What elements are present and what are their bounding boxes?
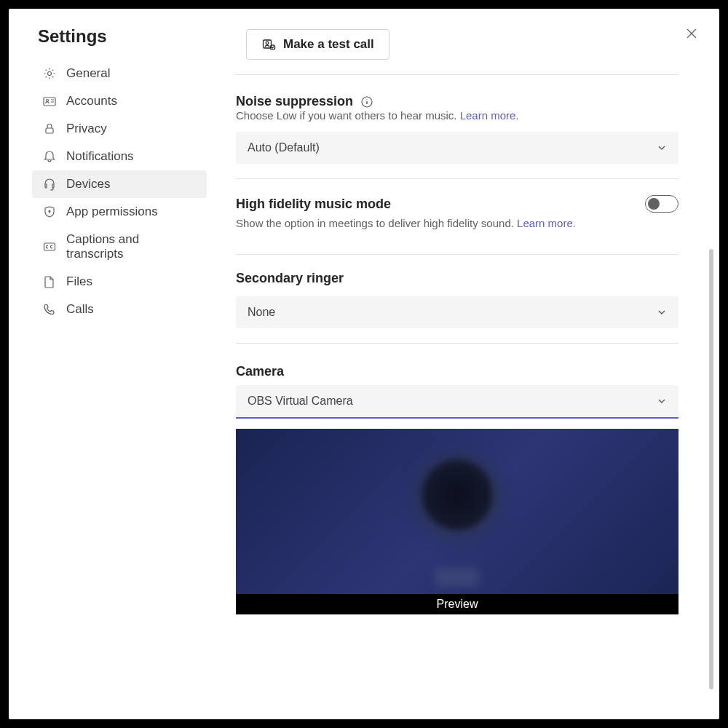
phone-icon: [42, 302, 57, 317]
svg-point-2: [48, 72, 52, 76]
id-card-icon: [42, 94, 57, 108]
sidebar-item-app-permissions[interactable]: App permissions: [32, 198, 207, 226]
sidebar-item-general[interactable]: General: [32, 60, 207, 87]
file-icon: [42, 274, 57, 289]
svg-point-6: [49, 210, 50, 212]
test-call-label: Make a test call: [283, 37, 374, 52]
sidebar-item-label: General: [66, 66, 110, 81]
noise-suppression-section: Noise suppression Choose Low if you want…: [236, 74, 678, 178]
sidebar-item-accounts[interactable]: Accounts: [32, 87, 207, 115]
sidebar-item-label: Captions and transcripts: [66, 232, 197, 261]
make-test-call-button[interactable]: Make a test call: [246, 29, 389, 60]
settings-title: Settings: [9, 23, 213, 60]
svg-rect-7: [44, 243, 55, 250]
noise-suppression-desc: Choose Low if you want others to hear mu…: [236, 109, 678, 122]
sidebar-item-files[interactable]: Files: [32, 268, 207, 296]
scrollbar-thumb[interactable]: [709, 249, 713, 689]
sidebar-item-label: Accounts: [66, 94, 117, 108]
secondary-ringer-title: Secondary ringer: [236, 271, 678, 286]
music-mode-desc: Show the option in meetings to deliver h…: [236, 217, 678, 229]
sidebar-item-calls[interactable]: Calls: [32, 296, 207, 323]
select-value: OBS Virtual Camera: [248, 395, 353, 408]
svg-rect-5: [46, 128, 53, 133]
learn-more-link[interactable]: Learn more.: [517, 217, 576, 229]
lock-icon: [42, 122, 57, 136]
svg-point-4: [47, 100, 49, 102]
nav-list: General Accounts: [9, 60, 213, 323]
chevron-down-icon: [657, 143, 667, 153]
settings-window: Settings General: [9, 9, 719, 719]
gear-icon: [42, 66, 57, 81]
bell-icon: [42, 149, 57, 164]
sidebar: Settings General: [9, 9, 213, 719]
music-mode-section: High fidelity music mode Show the option…: [236, 178, 678, 254]
music-mode-title: High fidelity music mode: [236, 197, 391, 212]
noise-suppression-select[interactable]: Auto (Default): [236, 132, 678, 164]
preview-bottom: [435, 568, 479, 587]
sidebar-item-label: Privacy: [66, 122, 107, 136]
sidebar-item-label: App permissions: [66, 205, 158, 219]
chevron-down-icon: [657, 307, 667, 317]
sidebar-item-label: Files: [66, 274, 92, 289]
sidebar-item-label: Devices: [66, 177, 110, 191]
learn-more-link[interactable]: Learn more.: [460, 109, 519, 122]
noise-suppression-title: Noise suppression: [236, 94, 678, 109]
info-icon[interactable]: [360, 95, 373, 108]
headset-icon: [42, 177, 57, 191]
secondary-ringer-section: Secondary ringer None: [236, 254, 678, 343]
chevron-down-icon: [657, 396, 667, 406]
sidebar-item-privacy[interactable]: Privacy: [32, 115, 207, 143]
camera-preview: Preview: [236, 429, 678, 614]
preview-image-inner: [422, 459, 493, 531]
select-value: None: [248, 306, 275, 319]
shield-icon: [42, 205, 57, 219]
select-value: Auto (Default): [248, 141, 320, 154]
test-call-icon: [261, 37, 276, 52]
preview-label: Preview: [236, 594, 678, 614]
camera-section: Camera OBS Virtual Camera Preview: [236, 343, 678, 629]
camera-title: Camera: [236, 364, 678, 379]
sidebar-item-devices[interactable]: Devices: [32, 170, 207, 198]
cc-icon: [42, 240, 57, 254]
sidebar-item-label: Calls: [66, 302, 94, 317]
sidebar-item-label: Notifications: [66, 149, 134, 164]
music-mode-toggle[interactable]: [645, 195, 678, 213]
secondary-ringer-select[interactable]: None: [236, 296, 678, 328]
svg-point-9: [266, 41, 269, 44]
sidebar-item-notifications[interactable]: Notifications: [32, 143, 207, 170]
camera-select[interactable]: OBS Virtual Camera: [236, 385, 678, 419]
sidebar-item-captions[interactable]: Captions and transcripts: [32, 226, 207, 268]
content-area: Make a test call Noise suppression Choos…: [213, 9, 719, 719]
toggle-knob: [648, 198, 660, 210]
